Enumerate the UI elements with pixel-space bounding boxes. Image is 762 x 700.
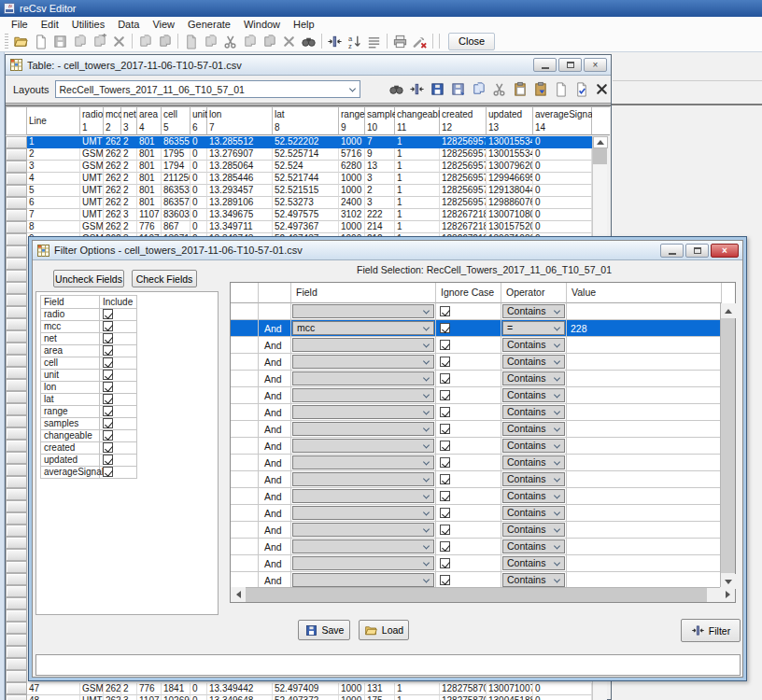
filter-button[interactable]: Filter — [681, 619, 741, 642]
row-selector-button[interactable] — [6, 318, 27, 330]
column-header-lon[interactable]: lon7 — [207, 106, 273, 135]
row-selector-button[interactable] — [6, 294, 27, 306]
filter-rule-row[interactable]: AndContains — [231, 371, 735, 387]
rule-value-cell[interactable] — [567, 471, 722, 488]
insert-columns-icon[interactable] — [407, 80, 426, 99]
row-selector-button[interactable] — [6, 379, 27, 391]
rule-value-cell[interactable] — [567, 303, 722, 320]
row-selector-button[interactable] — [6, 585, 27, 597]
uncheck-fields-button[interactable]: Uncheck Fields — [53, 270, 124, 287]
scroll-up-icon[interactable] — [721, 303, 736, 318]
column-header-created[interactable]: created12 — [440, 106, 487, 135]
column-header-range[interactable]: range9 — [339, 106, 365, 135]
grid-vertical-scrollbar[interactable] — [720, 303, 735, 589]
ignore-case-checkbox[interactable] — [440, 357, 450, 367]
column-header-averagesigna[interactable]: averageSigna14 — [533, 106, 592, 135]
field-combobox[interactable] — [292, 304, 434, 318]
filter-rule-row[interactable]: AndContains — [231, 337, 735, 354]
column-header-area[interactable]: area4 — [137, 106, 162, 135]
row-selector-button[interactable] — [6, 343, 27, 355]
insert-columns-icon[interactable] — [325, 32, 345, 50]
include-checkbox[interactable] — [103, 442, 113, 453]
table-row[interactable]: 48UMTS26231107102691013.34964852.4973721… — [27, 695, 592, 700]
include-checkbox[interactable] — [103, 345, 113, 356]
table-scrollbar-thumb[interactable] — [593, 148, 607, 164]
filter-rule-row[interactable]: Andmcc=228 — [231, 320, 735, 337]
field-combobox[interactable] — [292, 523, 434, 537]
delete-x-dark-icon[interactable] — [592, 80, 611, 99]
ignore-case-checkbox[interactable] — [440, 474, 450, 484]
field-combobox[interactable] — [292, 338, 434, 352]
row-selector-button[interactable] — [6, 512, 27, 525]
ignore-case-checkbox[interactable] — [440, 373, 450, 384]
row-selector-button[interactable] — [6, 391, 27, 403]
maximize-button[interactable] — [558, 58, 582, 72]
field-combobox[interactable]: mcc — [292, 321, 434, 335]
field-combobox[interactable] — [292, 506, 434, 520]
filter-rule-row[interactable]: Contains — [231, 303, 735, 320]
row-selector-button[interactable] — [6, 500, 27, 512]
row-selector-button[interactable] — [6, 537, 27, 549]
operator-combobox[interactable]: Contains — [502, 556, 565, 570]
row-selector-button[interactable] — [6, 209, 27, 221]
rule-value-cell[interactable] — [567, 539, 722, 555]
rule-value-cell[interactable] — [567, 404, 722, 421]
row-selector-button[interactable] — [6, 161, 27, 173]
cut-icon[interactable] — [489, 80, 508, 99]
operator-combobox[interactable]: Contains — [502, 371, 565, 385]
menu-generate[interactable]: Generate — [182, 19, 236, 30]
minimize-button[interactable] — [533, 58, 557, 72]
row-selector-button[interactable] — [6, 270, 27, 282]
filter-rule-row[interactable]: AndContains — [231, 404, 735, 421]
ignore-case-checkbox[interactable] — [440, 390, 450, 400]
ignore-case-checkbox[interactable] — [440, 508, 450, 518]
rule-value-cell[interactable]: 228 — [567, 320, 722, 337]
row-selector-button[interactable] — [6, 306, 27, 318]
row-selector-button[interactable] — [6, 427, 27, 440]
row-selector-button[interactable] — [6, 609, 27, 622]
row-selector-button[interactable] — [6, 682, 27, 694]
row-selector-button[interactable] — [6, 488, 27, 500]
field-combobox[interactable] — [292, 539, 434, 553]
new-document-icon[interactable] — [551, 80, 570, 99]
operator-combobox[interactable]: Contains — [502, 422, 565, 436]
row-selector-button[interactable] — [6, 245, 27, 258]
table-row[interactable]: 6UMTS262280186357013.28910652.5327324003… — [27, 197, 592, 209]
include-checkbox[interactable] — [103, 321, 113, 331]
include-checkbox[interactable] — [103, 333, 113, 343]
scroll-up-icon[interactable] — [593, 136, 608, 148]
row-selector-button[interactable] — [6, 185, 27, 197]
operator-combobox[interactable]: Contains — [502, 304, 565, 318]
row-selector-button[interactable] — [6, 452, 27, 464]
field-combobox[interactable] — [292, 489, 434, 503]
row-selector-button[interactable] — [6, 367, 27, 379]
ignore-case-checkbox[interactable] — [440, 424, 450, 434]
delete-x-icon[interactable] — [109, 32, 129, 50]
filter-rule-row[interactable]: AndContains — [231, 505, 735, 522]
field-combobox[interactable] — [292, 405, 434, 419]
operator-combobox[interactable]: Contains — [502, 388, 565, 402]
field-combobox[interactable] — [292, 355, 434, 369]
paste-icon[interactable] — [155, 32, 175, 50]
row-selector-button[interactable] — [6, 258, 27, 270]
dialog-maximize-button[interactable] — [685, 244, 709, 258]
operator-combobox[interactable]: Contains — [502, 489, 565, 503]
save-blue-icon[interactable] — [428, 80, 446, 99]
find-icon[interactable] — [387, 80, 405, 99]
column-header-cell[interactable]: cell5 — [162, 106, 190, 135]
ignore-case-checkbox[interactable] — [440, 575, 450, 585]
row-selector-button[interactable] — [6, 440, 27, 452]
row-selector-button[interactable] — [6, 403, 27, 415]
ignore-case-checkbox[interactable] — [440, 407, 450, 417]
include-checkbox[interactable] — [103, 418, 113, 428]
column-header-unit[interactable]: unit6 — [190, 106, 207, 135]
paste-clip-add-icon[interactable] — [530, 80, 549, 99]
close-button[interactable]: Close — [448, 33, 495, 50]
rule-value-cell[interactable] — [567, 354, 722, 371]
field-combobox[interactable] — [292, 388, 434, 402]
operator-combobox[interactable]: Contains — [502, 573, 565, 587]
paste-clip-icon[interactable] — [510, 80, 529, 99]
include-checkbox[interactable] — [103, 370, 113, 380]
field-combobox[interactable] — [292, 556, 434, 570]
operator-combobox[interactable]: Contains — [502, 539, 565, 553]
